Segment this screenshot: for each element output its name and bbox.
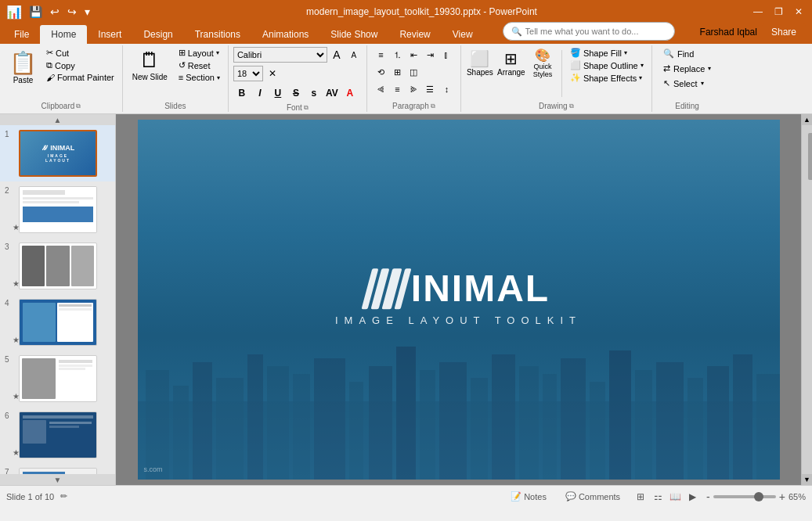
justify-button[interactable]: ☰ [422,81,438,97]
zoom-in-icon[interactable]: + [779,490,785,503]
comments-button[interactable]: 💬 Comments [559,490,626,503]
tab-home[interactable]: Home [40,25,87,44]
slide-item[interactable]: 5 ★ [0,350,115,407]
slide-item[interactable]: 2 ★ [0,181,115,238]
tab-file[interactable]: File [3,25,40,44]
tab-slideshow[interactable]: Slide Show [319,25,388,44]
window-title: modern_image_layout_toolkit_19930.pptx -… [92,6,751,17]
replace-label: Replace [673,64,705,74]
align-text-button[interactable]: ⊞ [389,64,405,80]
shadow-button[interactable]: s [305,84,323,102]
customize-button[interactable]: ▾ [82,4,92,20]
columns-button[interactable]: ⫿ [438,47,454,63]
drawing-expand-icon[interactable]: ⧉ [569,102,574,110]
canvas-area[interactable]: INIMAL IMAGE LAYOUT TOOLKIT s.com [116,114,801,485]
user-area: Farshad Iqbal Share [694,20,812,44]
tab-insert[interactable]: Insert [87,25,132,44]
drawing-content: ⬜ Shapes ⊞ Arrange 🎨 Quick Styles 🪣 Shap… [466,47,647,100]
tab-design[interactable]: Design [132,25,183,44]
clipboard-expand-icon[interactable]: ⧉ [76,102,81,110]
select-button[interactable]: ↖ Select ▾ [659,77,716,90]
slide-panel-scroll-down[interactable]: ▼ [0,474,115,485]
shapes-button[interactable]: ⬜ Shapes [466,47,494,78]
notes-button[interactable]: 📝 Notes [504,490,553,503]
font-color-button[interactable]: A [341,84,359,102]
shape-outline-label: Shape Outline [583,61,638,70]
svg-rect-7 [293,374,310,480]
align-right-button[interactable]: ⫸ [406,81,421,97]
select-icon: ↖ [663,78,670,88]
underline-button[interactable]: U [269,84,287,102]
increase-indent-button[interactable]: ⇥ [422,47,438,63]
slide-item[interactable]: 3 ★ [0,238,115,294]
bold-button[interactable]: B [233,84,251,102]
font-size-select[interactable]: 18 [233,66,263,81]
scrollbar-down-button[interactable]: ▼ [802,474,813,485]
status-bar: Slide 1 of 10 ✏ 📝 Notes 💬 Comments ⊞ ⚏ 📖… [0,485,812,507]
tab-transitions[interactable]: Transitions [184,25,251,44]
zoom-slider[interactable] [713,495,776,498]
bullets-button[interactable]: ≡ [373,47,388,63]
paste-button[interactable]: 📋 Paste [5,47,42,88]
tab-review[interactable]: Review [388,25,441,44]
strikethrough-button[interactable]: S [287,84,305,102]
shape-outline-button[interactable]: ⬜ Shape Outline ▾ [567,59,647,71]
slide-item[interactable]: 6 ★ [0,407,115,463]
normal-view-button[interactable]: ⊞ [633,489,648,505]
tab-view[interactable]: View [442,25,484,44]
zoom-out-icon[interactable]: - [706,490,710,503]
svg-rect-3 [193,362,212,480]
arrange-button[interactable]: ⊞ Arrange [497,47,525,78]
svg-rect-15 [492,354,515,480]
align-center-button[interactable]: ≡ [389,81,405,97]
character-spacing-button[interactable]: AV [323,84,341,102]
numbering-button[interactable]: ⒈ [389,47,405,63]
minimize-button[interactable]: — [751,5,765,19]
smartart-button[interactable]: ◫ [406,64,421,80]
slide-sorter-button[interactable]: ⚏ [650,489,666,505]
find-button[interactable]: 🔍 Find [659,47,716,60]
save-button[interactable]: 💾 [27,4,45,20]
slide-item[interactable]: 7 [0,463,115,474]
undo-button[interactable]: ↩ [48,4,62,20]
font-row-1: Calibri A A [233,47,362,63]
line-spacing-button[interactable]: ↕ [438,81,454,97]
decrease-indent-button[interactable]: ⇤ [406,47,421,63]
section-button[interactable]: ≡ Section ▾ [175,72,223,83]
font-size-increase[interactable]: A [346,47,362,63]
layout-button[interactable]: ⊞ Layout ▾ [175,47,223,59]
slide-item[interactable]: 1 ⫻ INIMAL IMAGE LAYOUT [0,125,115,181]
clear-formatting-button[interactable]: ✕ [265,66,280,81]
align-left-button[interactable]: ⫷ [373,81,388,97]
font-size-decrease[interactable]: A [329,47,345,63]
reading-view-button[interactable]: 📖 [667,489,683,505]
tab-animations[interactable]: Animations [251,25,319,44]
quick-styles-button[interactable]: 🎨 Quick Styles [529,47,557,78]
redo-button[interactable]: ↪ [65,4,79,20]
italic-button[interactable]: I [251,84,269,102]
shape-effects-button[interactable]: ✨ Shape Effects ▾ [567,72,647,84]
restore-button[interactable]: ❐ [771,5,785,19]
format-painter-button[interactable]: 🖌 Format Painter [43,72,117,83]
slide-panel-scroll-up[interactable]: ▲ [0,114,115,125]
new-slide-button[interactable]: 🗒 New Slide [128,47,172,83]
share-button[interactable]: Share [762,23,806,41]
copy-button[interactable]: ⧉ Copy [43,59,117,71]
text-direction-button[interactable]: ⟲ [373,64,388,80]
font-expand-icon[interactable]: ⧉ [304,104,309,112]
zoom-thumb[interactable] [754,492,763,501]
paragraph-expand-icon[interactable]: ⧉ [431,102,435,110]
cut-button[interactable]: ✂ Cut [43,47,117,59]
search-input[interactable] [525,27,659,36]
slideshow-button[interactable]: ▶ [684,489,700,505]
shape-fill-button[interactable]: 🪣 Shape Fill ▾ [567,47,647,59]
replace-button[interactable]: ⇄ Replace ▾ [659,62,716,75]
reset-button[interactable]: ↺ Reset [175,59,223,71]
close-button[interactable]: ✕ [792,5,806,19]
status-left: Slide 1 of 10 ✏ [6,491,67,501]
scrollbar-thumb[interactable] [808,133,813,180]
slide-item[interactable]: 4 ★ [0,294,115,350]
scrollbar-up-button[interactable]: ▲ [802,114,813,125]
font-family-select[interactable]: Calibri [233,47,327,63]
edit-button[interactable]: ✏ [60,491,67,501]
